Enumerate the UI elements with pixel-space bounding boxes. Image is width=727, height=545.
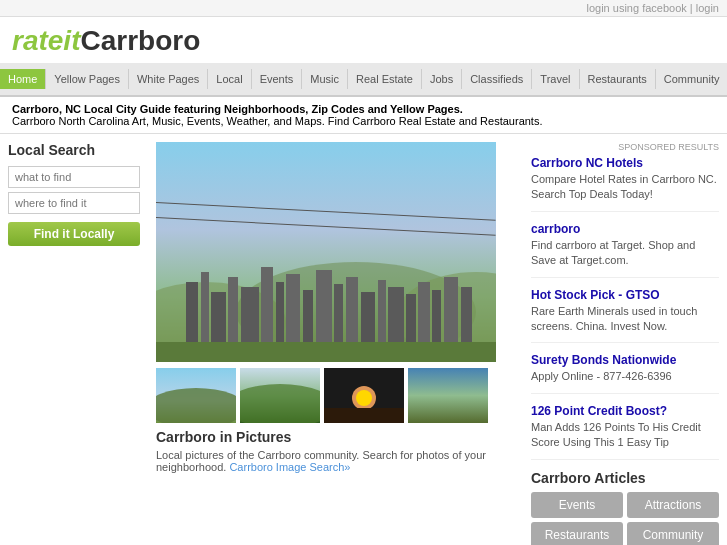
articles-section: Carrboro Articles Events Attractions Res… (531, 470, 719, 545)
find-locally-button[interactable]: Find it Locally (8, 222, 140, 246)
article-restaurants-button[interactable]: Restaurants (531, 522, 623, 545)
nav-item-real-estate[interactable]: Real Estate (348, 69, 422, 89)
tagline: Carrboro, NC Local City Guide featuring … (0, 97, 727, 134)
tagline-bold: Carrboro, NC Local City Guide featuring … (12, 103, 463, 115)
city-skyline-svg (156, 222, 496, 362)
articles-grid: Events Attractions Restaurants Community (531, 492, 719, 545)
ad-3-title[interactable]: Hot Stock Pick - GTSO (531, 288, 719, 302)
thumb-4[interactable] (408, 368, 488, 423)
ad-4-title[interactable]: Surety Bonds Nationwide (531, 353, 719, 367)
ad-2-desc: Find carrboro at Target. Shop and Save a… (531, 238, 719, 269)
svg-rect-32 (324, 408, 404, 423)
main-city-image (156, 142, 496, 362)
sidebar-title: Local Search (8, 142, 140, 158)
nav-item-classifieds[interactable]: Classifieds (462, 69, 532, 89)
thumbnail-gallery (156, 368, 519, 423)
nav-item-community[interactable]: Community (656, 69, 727, 89)
nav-item-events[interactable]: Events (252, 69, 303, 89)
ad-1-title[interactable]: Carrboro NC Hotels (531, 156, 719, 170)
pictures-desc: Local pictures of the Carrboro community… (156, 449, 519, 473)
thumb-1[interactable] (156, 368, 236, 423)
tagline-sub: Carrboro North Carolina Art, Music, Even… (12, 115, 542, 127)
ad-5-title[interactable]: 126 Point Credit Boost? (531, 404, 719, 418)
ad-4-desc: Apply Online - 877-426-6396 (531, 369, 719, 384)
ad-3-desc: Rare Earth Minerals used in touch screen… (531, 304, 719, 335)
right-sidebar: SPONSORED RESULTS Carrboro NC Hotels Com… (527, 142, 727, 545)
logo-city: Carrboro (80, 25, 200, 56)
pictures-link[interactable]: Carrboro Image Search» (229, 461, 350, 473)
login-link[interactable]: login using facebook | login (586, 2, 719, 14)
article-events-button[interactable]: Events (531, 492, 623, 518)
svg-rect-24 (156, 342, 496, 362)
article-community-button[interactable]: Community (627, 522, 719, 545)
sidebar: Local Search Find it Locally (0, 142, 148, 545)
top-bar: login using facebook | login (0, 0, 727, 17)
center-content: Carrboro in Pictures Local pictures of t… (148, 142, 527, 545)
ad-1: Carrboro NC Hotels Compare Hotel Rates i… (531, 156, 719, 212)
nav-item-restaurants[interactable]: Restaurants (580, 69, 656, 89)
articles-title: Carrboro Articles (531, 470, 719, 486)
thumb-2[interactable] (240, 368, 320, 423)
nav: Home Yellow Pages White Pages Local Even… (0, 63, 727, 97)
ad-2: carrboro Find carrboro at Target. Shop a… (531, 222, 719, 278)
nav-item-music[interactable]: Music (302, 69, 348, 89)
nav-item-home[interactable]: Home (0, 69, 46, 89)
svg-rect-33 (408, 368, 488, 423)
ad-1-desc: Compare Hotel Rates in Carrboro NC. Sear… (531, 172, 719, 203)
nav-item-travel[interactable]: Travel (532, 69, 579, 89)
svg-point-26 (156, 388, 236, 423)
cable-wire-1 (156, 202, 496, 221)
ad-5: 126 Point Credit Boost? Man Adds 126 Poi… (531, 404, 719, 460)
thumb-3[interactable] (324, 368, 404, 423)
pictures-title: Carrboro in Pictures (156, 429, 519, 445)
article-attractions-button[interactable]: Attractions (627, 492, 719, 518)
ad-4: Surety Bonds Nationwide Apply Online - 8… (531, 353, 719, 393)
header: rateitCarrboro (0, 17, 727, 63)
sponsored-label: SPONSORED RESULTS (531, 142, 719, 152)
search-what-input[interactable] (8, 166, 140, 188)
logo-rateit: rateit (12, 25, 80, 56)
nav-item-white-pages[interactable]: White Pages (129, 69, 208, 89)
ad-3: Hot Stock Pick - GTSO Rare Earth Mineral… (531, 288, 719, 344)
logo: rateitCarrboro (12, 25, 715, 57)
ad-5-desc: Man Adds 126 Points To His Credit Score … (531, 420, 719, 451)
search-where-input[interactable] (8, 192, 140, 214)
nav-item-jobs[interactable]: Jobs (422, 69, 462, 89)
nav-item-yellow-pages[interactable]: Yellow Pages (46, 69, 129, 89)
svg-point-28 (240, 384, 320, 423)
ad-2-title[interactable]: carrboro (531, 222, 719, 236)
svg-point-31 (356, 390, 372, 406)
main-content: Local Search Find it Locally (0, 134, 727, 545)
nav-item-local[interactable]: Local (208, 69, 251, 89)
